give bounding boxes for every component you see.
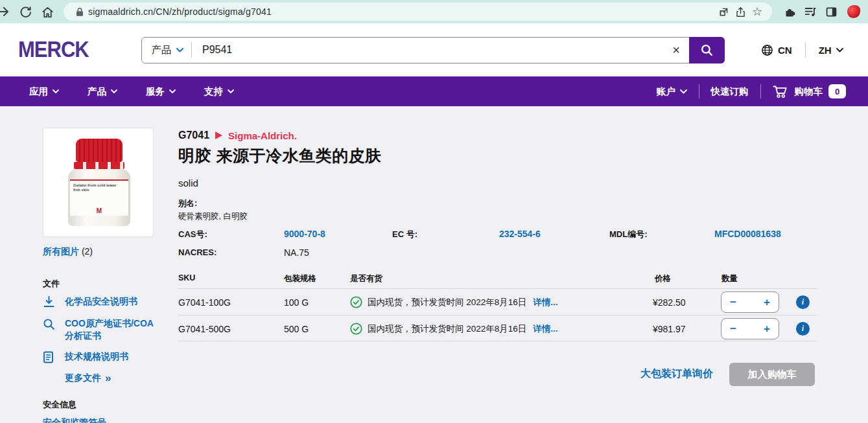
col-header-pack: 包装规格 — [284, 273, 316, 284]
product-number: G7041 — [178, 130, 209, 141]
add-to-cart-button[interactable]: 加入购物车 — [729, 363, 815, 386]
synonyms-value: 硬骨素明胶, 白明胶 — [178, 211, 248, 222]
col-header-availability: 是否有货 — [350, 273, 382, 284]
bottle-cap-ring — [74, 162, 124, 169]
doc-link-sds[interactable]: 化学品安全说明书 — [43, 295, 163, 310]
cart-icon — [773, 85, 789, 98]
nav-item-services[interactable]: 服务 — [146, 86, 176, 98]
chevron-down-icon — [111, 89, 117, 93]
bookmark-star-icon[interactable]: ☆ — [749, 3, 766, 20]
sidebar-toggle-icon[interactable] — [821, 2, 841, 21]
row-price: ¥282.50 — [653, 289, 686, 315]
region-selector[interactable]: CN — [761, 44, 792, 56]
availability-text: 国内现货，预计发货时间 2022年8月16日 — [368, 323, 526, 335]
cas-value-link[interactable]: 9000-70-8 — [284, 229, 325, 239]
ec-label: EC 号: — [392, 229, 417, 240]
mdl-value-link[interactable]: MFCD00081638 — [714, 229, 781, 239]
globe-icon — [761, 44, 773, 56]
more-documents-link[interactable]: 更多文件 » — [65, 372, 111, 384]
documents-heading: 文件 — [43, 278, 60, 290]
account-menu[interactable]: 账户 — [657, 86, 687, 98]
info-icon[interactable]: i — [796, 322, 810, 336]
search-category-label: 产品 — [152, 44, 171, 56]
url-text[interactable]: sigmaaldrich.cn/CN/zh/product/sigma/g704… — [88, 6, 715, 17]
profile-avatar[interactable] — [842, 2, 862, 21]
main-nav: 应用 产品 服务 支持 账户 快速订购 — [0, 76, 868, 106]
all-images-link[interactable]: 所有图片 — [43, 246, 79, 257]
nacres-label: NACRES: — [178, 247, 217, 257]
row-sku: G7041-100G — [178, 289, 231, 315]
share-icon[interactable] — [732, 3, 749, 20]
row-sku: G7041-500G — [178, 315, 231, 342]
col-header-sku: SKU — [178, 273, 195, 282]
all-images-row: 所有图片 (2) — [43, 246, 93, 258]
product-image-card[interactable]: Gelatin from cold water fish skin M — [43, 128, 154, 237]
product-main: G7041 Sigma-Aldrich. 明胶 来源于冷水鱼类的皮肤 solid… — [178, 106, 817, 423]
quantity-increase-button[interactable]: + — [764, 323, 770, 334]
quantity-decrease-button[interactable]: − — [730, 297, 736, 308]
cart-button[interactable]: 购物车 0 — [773, 84, 847, 98]
open-in-new-icon[interactable] — [715, 3, 732, 20]
browser-chrome: sigmaaldrich.cn/CN/zh/product/sigma/g704… — [0, 0, 868, 23]
safety-heading: 安全信息 — [43, 399, 76, 411]
doc-link-coo-coa[interactable]: COO原产地证书/COA 分析证书 — [43, 317, 163, 342]
doc-link-specs[interactable]: 技术规格说明书 — [43, 350, 163, 366]
row-availability: 国内现货，预计发货时间 2022年8月16日 详情... — [350, 289, 558, 315]
clear-search-icon[interactable]: × — [663, 43, 689, 58]
quantity-stepper[interactable]: − + — [721, 318, 779, 339]
mdl-label: MDL编号: — [609, 229, 648, 240]
search-input[interactable]: P9541 — [192, 44, 663, 56]
forward-icon[interactable] — [0, 2, 13, 21]
info-icon[interactable]: i — [796, 295, 810, 309]
nav-label: 应用 — [29, 86, 48, 98]
nav-item-support[interactable]: 支持 — [204, 86, 234, 98]
product-bottle-image: Gelatin from cold water fish skin M — [43, 128, 153, 236]
ec-value-link[interactable]: 232-554-6 — [499, 229, 541, 239]
extensions-icon[interactable] — [780, 2, 799, 21]
bottle-label-line: fish skin — [73, 188, 125, 192]
language-selector[interactable]: ZH — [819, 45, 843, 56]
playlist-icon[interactable] — [801, 2, 820, 21]
chevron-down-icon — [169, 89, 176, 93]
doc-link-label: COO原产地证书/COA 分析证书 — [65, 317, 163, 342]
browser-toolbar-icons — [780, 2, 862, 21]
product-form: solid — [178, 177, 198, 189]
brand-name[interactable]: Sigma-Aldrich. — [228, 130, 297, 141]
bulk-order-quote-link[interactable]: 大包装订单询价 — [640, 367, 713, 381]
region-label: CN — [778, 45, 792, 56]
nav-item-applications[interactable]: 应用 — [29, 86, 59, 98]
bottle-cap — [76, 139, 123, 162]
synonyms-label: 别名: — [178, 198, 197, 209]
address-bar[interactable]: sigmaaldrich.cn/CN/zh/product/sigma/g704… — [64, 3, 772, 21]
doc-link-label: 技术规格说明书 — [65, 350, 163, 363]
lock-icon — [71, 3, 88, 20]
sku-table: SKU 包装规格 是否有货 价格 数量 G7041-100G 100 G 国内现… — [178, 272, 817, 341]
search-icon — [43, 318, 56, 333]
search-button[interactable] — [689, 37, 725, 63]
nav-item-products[interactable]: 产品 — [88, 86, 117, 98]
double-chevron-icon: » — [105, 374, 111, 383]
search-category-dropdown[interactable]: 产品 — [142, 44, 191, 56]
account-label: 账户 — [657, 86, 675, 98]
chevron-down-icon — [228, 89, 234, 93]
doc-link-label: 化学品安全说明书 — [65, 295, 163, 308]
nacres-value: NA.75 — [284, 247, 309, 258]
product-brand-row: G7041 Sigma-Aldrich. — [178, 130, 297, 141]
merck-logo[interactable]: MERCK — [18, 37, 115, 63]
chevron-down-icon — [836, 48, 843, 52]
quantity-stepper[interactable]: − + — [721, 292, 779, 313]
safety-regulatory-link[interactable]: 安全和监管符号 — [43, 418, 106, 423]
quantity-decrease-button[interactable]: − — [730, 323, 736, 334]
avatar — [847, 5, 860, 18]
home-icon[interactable] — [38, 2, 57, 21]
details-link[interactable]: 详情... — [533, 323, 557, 335]
reload-icon[interactable] — [16, 2, 35, 21]
quick-order-link[interactable]: 快速订购 — [711, 86, 749, 98]
search-icon — [700, 43, 714, 57]
cas-label: CAS号: — [178, 229, 207, 240]
table-row: G7041-100G 100 G 国内现货，预计发货时间 2022年8月16日 … — [178, 288, 817, 315]
chevron-down-icon — [53, 89, 59, 93]
bottle-body: Gelatin from cold water fish skin M — [68, 169, 130, 226]
quantity-increase-button[interactable]: + — [764, 297, 770, 308]
details-link[interactable]: 详情... — [533, 297, 557, 308]
